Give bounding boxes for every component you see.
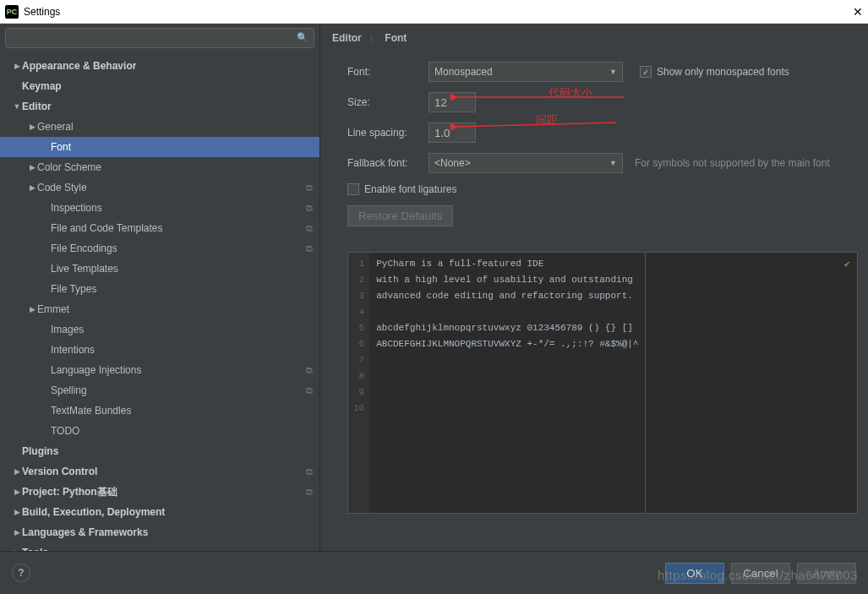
tree-item[interactable]: Font bbox=[0, 137, 319, 157]
expand-arrow-icon: ▼ bbox=[12, 102, 22, 111]
tree-item[interactable]: ▶Version Control⧉ bbox=[0, 461, 319, 482]
tree-item-label: Font bbox=[51, 141, 313, 153]
tree-item-label: Intentions bbox=[51, 344, 313, 356]
tree-item[interactable]: Images bbox=[0, 319, 319, 340]
content-panel: Editor 〉 Font Font: Monospaced ▼ Show on… bbox=[320, 24, 868, 551]
scope-icon: ⧉ bbox=[306, 385, 313, 396]
tree-item-label: Project: Python基础 bbox=[22, 485, 306, 499]
tree-item-label: Keymap bbox=[22, 80, 313, 92]
font-preview: 12345678910 PyCharm is a full-featured I… bbox=[347, 252, 858, 514]
ok-button[interactable]: OK bbox=[665, 563, 724, 584]
tree-item-label: Inspections bbox=[51, 202, 306, 214]
tree-item-label: Code Style bbox=[37, 182, 306, 193]
fallback-select[interactable]: <None> ▼ bbox=[429, 153, 623, 173]
tree-item[interactable]: ▶Code Style⧉ bbox=[0, 177, 319, 198]
search-input[interactable] bbox=[5, 28, 314, 48]
tree-item[interactable]: File and Code Templates⧉ bbox=[0, 218, 319, 238]
expand-arrow-icon: ▶ bbox=[27, 163, 37, 172]
tree-item-label: Appearance & Behavior bbox=[22, 60, 313, 72]
tree-item-label: Images bbox=[51, 324, 313, 335]
tree-item[interactable]: ▶Tools bbox=[0, 542, 319, 551]
tree-item-label: File Types bbox=[51, 283, 313, 295]
tree-item-label: Languages & Frameworks bbox=[22, 526, 313, 538]
spacing-input[interactable] bbox=[429, 123, 476, 143]
close-icon[interactable]: ✕ bbox=[853, 5, 863, 19]
tree-item-label: Live Templates bbox=[51, 263, 313, 275]
tree-item-label: Spelling bbox=[51, 384, 306, 396]
font-select[interactable]: Monospaced ▼ bbox=[429, 62, 623, 82]
tree-item-label: Tools bbox=[22, 547, 313, 551]
expand-arrow-icon: ▶ bbox=[12, 528, 22, 537]
check-icon: ✔ bbox=[844, 258, 850, 270]
preview-code: PyCharm is a full-featured IDE with a hi… bbox=[369, 253, 645, 513]
tree-item[interactable]: Spelling⧉ bbox=[0, 380, 319, 401]
tree-item-label: Plugins bbox=[22, 445, 313, 457]
tree-item-label: Editor bbox=[22, 101, 313, 112]
breadcrumb-root[interactable]: Editor bbox=[332, 32, 362, 44]
chevron-right-icon: 〉 bbox=[369, 35, 377, 43]
mono-label: Show only monospaced fonts bbox=[657, 66, 789, 78]
help-button[interactable]: ? bbox=[12, 564, 30, 582]
tree-item[interactable]: Plugins bbox=[0, 441, 319, 461]
settings-tree[interactable]: ▶Appearance & BehaviorKeymap▼Editor▶Gene… bbox=[0, 52, 319, 551]
margin-guide bbox=[645, 253, 646, 513]
tree-item-label: Language Injections bbox=[51, 364, 306, 376]
breadcrumb: Editor 〉 Font bbox=[320, 24, 868, 53]
tree-item-label: TODO bbox=[51, 425, 313, 437]
scope-icon: ⧉ bbox=[306, 487, 313, 498]
tree-item-label: TextMate Bundles bbox=[51, 405, 313, 417]
tree-item[interactable]: File Encodings⧉ bbox=[0, 238, 319, 259]
size-label: Size: bbox=[347, 96, 429, 108]
chevron-down-icon: ▼ bbox=[609, 68, 617, 76]
restore-defaults-button[interactable]: Restore Defaults bbox=[347, 205, 453, 226]
tree-item-label: Build, Execution, Deployment bbox=[22, 506, 313, 518]
apply-button[interactable]: Apply bbox=[797, 563, 856, 584]
tree-item[interactable]: TODO bbox=[0, 421, 319, 441]
scope-icon: ⧉ bbox=[306, 203, 313, 214]
expand-arrow-icon: ▶ bbox=[12, 467, 22, 476]
font-value: Monospaced bbox=[434, 66, 493, 78]
tree-item[interactable]: Inspections⧉ bbox=[0, 198, 319, 218]
tree-item[interactable]: ▶General bbox=[0, 117, 319, 137]
tree-item[interactable]: ▼Editor bbox=[0, 96, 319, 117]
expand-arrow-icon: ▶ bbox=[27, 123, 37, 131]
expand-arrow-icon: ▶ bbox=[12, 548, 22, 551]
tree-item[interactable]: Intentions bbox=[0, 340, 319, 360]
tree-item-label: Version Control bbox=[22, 466, 306, 477]
chevron-down-icon: ▼ bbox=[609, 159, 617, 167]
tree-item[interactable]: Keymap bbox=[0, 76, 319, 96]
tree-item-label: File Encodings bbox=[51, 243, 306, 254]
size-input[interactable] bbox=[429, 92, 476, 112]
tree-item[interactable]: TextMate Bundles bbox=[0, 401, 319, 421]
expand-arrow-icon: ▶ bbox=[27, 305, 37, 313]
fallback-value: <None> bbox=[434, 157, 471, 169]
breadcrumb-current: Font bbox=[385, 32, 407, 44]
tree-item-label: Color Scheme bbox=[37, 161, 313, 173]
tree-item[interactable]: ▶Build, Execution, Deployment bbox=[0, 502, 319, 522]
tree-item-label: Emmet bbox=[37, 303, 313, 315]
tree-item[interactable]: ▶Project: Python基础⧉ bbox=[0, 482, 319, 502]
expand-arrow-icon: ▶ bbox=[27, 183, 37, 192]
cancel-button[interactable]: Cancel bbox=[731, 563, 790, 584]
tree-item[interactable]: ▶Color Scheme bbox=[0, 157, 319, 177]
tree-item[interactable]: Live Templates bbox=[0, 259, 319, 279]
tree-item[interactable]: Language Injections⧉ bbox=[0, 360, 319, 380]
gutter: 12345678910 bbox=[348, 253, 369, 513]
tree-item[interactable]: ▶Appearance & Behavior bbox=[0, 56, 319, 76]
tree-item[interactable]: ▶Languages & Frameworks bbox=[0, 522, 319, 542]
tree-item[interactable]: File Types bbox=[0, 279, 319, 299]
tree-item[interactable]: ▶Emmet bbox=[0, 299, 319, 319]
font-label: Font: bbox=[347, 66, 429, 78]
tree-item-label: File and Code Templates bbox=[51, 222, 306, 234]
expand-arrow-icon: ▶ bbox=[12, 508, 22, 516]
expand-arrow-icon: ▶ bbox=[12, 62, 22, 70]
scope-icon: ⧉ bbox=[306, 365, 313, 376]
fallback-label: Fallback font: bbox=[347, 157, 429, 169]
mono-checkbox[interactable] bbox=[640, 66, 652, 78]
window-title: Settings bbox=[24, 6, 60, 18]
ligatures-checkbox[interactable] bbox=[347, 183, 359, 195]
ligatures-label: Enable font ligatures bbox=[364, 183, 456, 195]
titlebar: PC Settings ✕ bbox=[0, 0, 868, 24]
scope-icon: ⧉ bbox=[306, 466, 313, 477]
fallback-hint: For symbols not supported by the main fo… bbox=[635, 157, 830, 169]
